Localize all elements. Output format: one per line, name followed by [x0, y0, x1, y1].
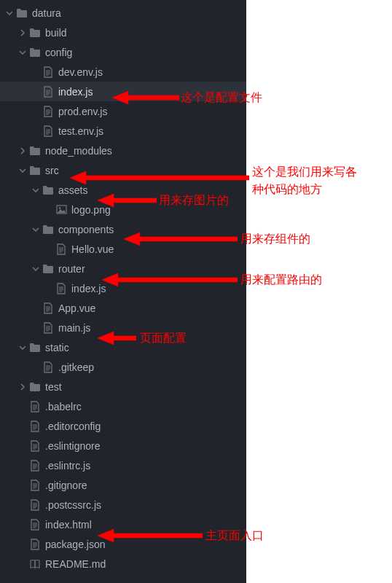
- svg-marker-8: [98, 529, 203, 542]
- tree-row[interactable]: .gitkeep: [0, 357, 246, 377]
- tree-item-label: build: [45, 27, 67, 39]
- svg-marker-4: [98, 194, 157, 207]
- tree-row[interactable]: .gitignore: [0, 475, 246, 495]
- tree-item-label: router: [58, 263, 85, 275]
- annotation-text: 这个是我们用来写各种代码的地方: [252, 163, 357, 198]
- file-icon: [54, 283, 68, 294]
- tree-item-label: .eslintrc.js: [45, 460, 90, 472]
- chevron-down-icon[interactable]: [31, 226, 41, 233]
- file-icon: [28, 440, 42, 452]
- file-icon: [54, 243, 68, 255]
- chevron-right-icon[interactable]: [17, 147, 28, 154]
- folder-icon: [41, 264, 55, 274]
- tree-row[interactable]: datura: [0, 3, 246, 23]
- folder-icon: [28, 47, 42, 58]
- file-icon: [41, 86, 55, 98]
- tree-item-label: test: [45, 381, 62, 393]
- file-icon: [28, 539, 42, 550]
- file-icon: [28, 519, 42, 531]
- chevron-right-icon[interactable]: [17, 383, 28, 391]
- tree-row[interactable]: dev.env.js: [0, 62, 246, 82]
- folder-icon: [41, 224, 55, 235]
- tree-item-label: components: [58, 224, 114, 235]
- tree-item-label: datura: [32, 7, 61, 19]
- svg-marker-3: [70, 171, 249, 184]
- tree-row[interactable]: test.env.js: [0, 121, 246, 141]
- folder-icon: [28, 382, 42, 392]
- tree-item-label: static: [45, 342, 69, 353]
- tree-item-label: .postcssrc.js: [45, 499, 101, 511]
- tree-row[interactable]: test: [0, 377, 246, 396]
- chevron-down-icon[interactable]: [31, 187, 41, 194]
- chevron-down-icon[interactable]: [17, 49, 28, 56]
- svg-point-1: [58, 207, 60, 209]
- chevron-down-icon[interactable]: [17, 344, 28, 351]
- tree-item-label: package.json: [45, 539, 106, 550]
- file-icon: [41, 322, 55, 334]
- tree-item-label: index.html: [45, 519, 92, 531]
- tree-item-label: index.js: [71, 283, 106, 294]
- file-icon: [41, 66, 55, 78]
- book-icon: [28, 559, 42, 569]
- folder-icon: [15, 8, 29, 18]
- tree-item-label: test.env.js: [58, 125, 103, 137]
- tree-row[interactable]: .editorconfig: [0, 416, 246, 436]
- chevron-down-icon[interactable]: [4, 9, 15, 17]
- svg-marker-2: [112, 91, 179, 104]
- file-icon: [28, 401, 42, 412]
- chevron-right-icon[interactable]: [17, 29, 28, 36]
- tree-item-label: Hello.vue: [71, 243, 114, 255]
- tree-item-label: dev.env.js: [58, 66, 103, 78]
- chevron-down-icon[interactable]: [31, 265, 41, 273]
- tree-item-label: .babelrc: [45, 401, 82, 412]
- tree-item-label: .editorconfig: [45, 420, 101, 432]
- annotation-text: 用来存组件的: [240, 232, 310, 247]
- tree-row[interactable]: build: [0, 23, 246, 42]
- file-icon: [28, 499, 42, 511]
- file-icon: [41, 106, 55, 117]
- tree-item-label: App.vue: [58, 302, 95, 314]
- annotation-text: 主页面入口: [205, 528, 264, 544]
- svg-marker-6: [102, 273, 238, 286]
- folder-icon: [28, 343, 42, 353]
- file-tree[interactable]: datura build config dev.env.js index.js …: [0, 0, 246, 583]
- file-icon: [28, 460, 42, 472]
- tree-row[interactable]: App.vue: [0, 298, 246, 318]
- folder-icon: [28, 165, 42, 176]
- tree-item-label: main.js: [58, 322, 90, 334]
- tree-row[interactable]: .babelrc: [0, 396, 246, 416]
- file-icon: [28, 480, 42, 491]
- file-icon: [41, 302, 55, 314]
- tree-item-label: index.js: [58, 86, 93, 98]
- tree-row[interactable]: .eslintignore: [0, 436, 246, 455]
- folder-icon: [28, 28, 42, 38]
- svg-marker-7: [98, 332, 136, 345]
- tree-item-label: .gitkeep: [58, 361, 94, 373]
- file-icon: [41, 361, 55, 373]
- folder-icon: [28, 146, 42, 156]
- annotation-text: 页面配置: [140, 331, 187, 346]
- file-icon: [41, 125, 55, 137]
- tree-row[interactable]: config: [0, 42, 246, 62]
- tree-item-label: node_modules: [45, 145, 112, 157]
- annotation-text: 用来存图片的: [159, 193, 229, 208]
- folder-icon: [41, 185, 55, 195]
- tree-item-label: config: [45, 47, 72, 58]
- tree-row[interactable]: README.md: [0, 554, 246, 574]
- tree-item-label: .eslintignore: [45, 440, 101, 452]
- tree-row[interactable]: .eslintrc.js: [0, 455, 246, 475]
- tree-row[interactable]: node_modules: [0, 141, 246, 160]
- svg-marker-5: [124, 232, 238, 246]
- tree-item-label: src: [45, 165, 59, 176]
- tree-row[interactable]: .postcssrc.js: [0, 495, 246, 514]
- annotation-text: 用来配置路由的: [240, 273, 322, 288]
- tree-item-label: .gitignore: [45, 480, 87, 491]
- tree-item-label: README.md: [45, 558, 106, 570]
- chevron-down-icon[interactable]: [17, 167, 28, 174]
- file-icon: [28, 420, 42, 432]
- image-icon: [54, 205, 68, 214]
- tree-item-label: prod.env.js: [58, 106, 107, 117]
- annotation-text: 这个是配置文件: [181, 90, 262, 106]
